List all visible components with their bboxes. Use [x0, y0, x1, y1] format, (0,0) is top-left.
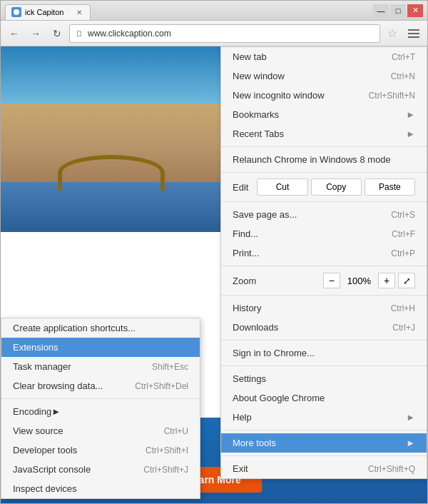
submenu-item-inspect-devices[interactable]: Inspect devices — [1, 479, 200, 498]
browser-window: ick Capiton ✕ — □ ✕ ← → ↻ 🗋 www.clickcap… — [0, 0, 428, 504]
paste-button[interactable]: Paste — [365, 178, 415, 196]
menu-item-history[interactable]: History Ctrl+H — [221, 298, 427, 318]
menu-item-find[interactable]: Find... Ctrl+F — [221, 224, 427, 243]
menu-item-signin[interactable]: Sign in to Chrome... — [221, 343, 427, 363]
incognito-label: New incognito window — [233, 90, 325, 101]
more-tools-label: More tools — [233, 438, 276, 448]
view-source-shortcut: Ctrl+U — [164, 426, 188, 436]
menu-item-downloads[interactable]: Downloads Ctrl+J — [221, 318, 427, 337]
close-button[interactable]: ✕ — [407, 4, 423, 17]
submenu-item-clear-browsing[interactable]: Clear browsing data... Ctrl+Shift+Del — [1, 376, 200, 395]
print-shortcut: Ctrl+P — [391, 248, 415, 258]
relaunch-label: Relaunch Chrome in Windows 8 mode — [233, 154, 391, 165]
menu-item-new-tab[interactable]: New tab Ctrl+T — [221, 47, 427, 66]
submenu-item-developer-tools[interactable]: Developer tools Ctrl+Shift+I — [1, 440, 200, 460]
zoom-label: Zoom — [233, 276, 256, 286]
new-window-label: New window — [233, 71, 285, 81]
javascript-console-label: JavaScript console — [13, 464, 91, 475]
copy-button[interactable]: Copy — [311, 178, 362, 196]
menu-divider-4 — [221, 266, 427, 266]
encoding-arrow-icon: ► — [51, 406, 61, 417]
submenu-divider-1 — [1, 398, 200, 399]
page-icon: 🗋 — [76, 29, 83, 38]
recent-tabs-arrow-icon: ► — [406, 128, 415, 139]
menu-item-recent-tabs[interactable]: Recent Tabs ► — [221, 124, 427, 143]
signin-label: Sign in to Chrome... — [233, 348, 315, 358]
zoom-value: 100% — [340, 276, 378, 286]
browser-toolbar: ← → ↻ 🗋 www.clickcaption.com ☆ — [1, 21, 427, 46]
find-shortcut: Ctrl+F — [392, 229, 415, 239]
menu-item-save-page[interactable]: Save page as... Ctrl+S — [221, 205, 427, 224]
zoom-in-button[interactable]: + — [378, 273, 395, 288]
submenu-item-task-manager[interactable]: Task manager Shift+Esc — [1, 357, 200, 376]
svg-point-0 — [14, 9, 19, 15]
url-text: www.clickcaption.com — [88, 29, 171, 39]
task-manager-label: Task manager — [13, 361, 71, 372]
edit-row: Edit Cut Copy Paste — [221, 176, 427, 198]
encoding-label: Encoding — [13, 406, 51, 417]
window-controls: — □ ✕ — [373, 4, 423, 17]
recent-tabs-label: Recent Tabs — [233, 128, 284, 139]
developer-tools-label: Developer tools — [13, 445, 77, 455]
menu-item-about[interactable]: About Google Chrome — [221, 388, 427, 408]
menu-item-exit[interactable]: Exit Ctrl+Shift+Q — [221, 459, 427, 478]
menu-item-help[interactable]: Help ► — [221, 408, 427, 427]
inspect-devices-label: Inspect devices — [13, 483, 77, 494]
minimize-button[interactable]: — — [373, 4, 389, 17]
forward-button[interactable]: → — [26, 24, 45, 43]
clear-browsing-shortcut: Ctrl+Shift+Del — [135, 381, 188, 391]
cut-button[interactable]: Cut — [257, 178, 307, 196]
menu-item-incognito[interactable]: New incognito window Ctrl+Shift+N — [221, 86, 427, 105]
chrome-dropdown-menu: New tab Ctrl+T New window Ctrl+N New inc… — [220, 46, 427, 479]
tab-close-button[interactable]: ✕ — [74, 7, 84, 17]
address-bar[interactable]: 🗋 www.clickcaption.com — [69, 24, 380, 43]
zoom-fullscreen-button[interactable]: ⤢ — [398, 273, 415, 288]
new-tab-shortcut: Ctrl+T — [392, 52, 415, 62]
bookmarks-label: Bookmarks — [233, 109, 279, 120]
extensions-label: Extensions — [13, 342, 58, 353]
edit-label: Edit — [233, 182, 248, 193]
tab-favicon — [11, 7, 21, 17]
submenu-item-extensions[interactable]: Extensions — [1, 338, 200, 357]
menu-item-relaunch[interactable]: Relaunch Chrome in Windows 8 mode — [221, 150, 427, 169]
chrome-menu-button[interactable] — [404, 24, 423, 43]
new-tab-label: New tab — [233, 51, 267, 62]
refresh-button[interactable]: ↻ — [48, 24, 66, 43]
about-label: About Google Chrome — [233, 393, 325, 403]
title-bar: ick Capiton ✕ — □ ✕ — [1, 1, 427, 21]
menu-item-new-window[interactable]: New window Ctrl+N — [221, 66, 427, 86]
bookmark-star-button[interactable]: ☆ — [383, 24, 402, 43]
find-label: Find... — [233, 228, 258, 239]
maximize-button[interactable]: □ — [390, 4, 406, 17]
new-window-shortcut: Ctrl+N — [391, 71, 415, 81]
help-arrow-icon: ► — [406, 412, 415, 423]
view-source-label: View source — [13, 425, 63, 436]
menu-divider-2 — [221, 172, 427, 173]
zoom-row: Zoom − 100% + ⤢ — [221, 269, 427, 292]
save-page-shortcut: Ctrl+S — [391, 210, 415, 220]
venice-image — [1, 46, 222, 232]
submenu-item-view-source[interactable]: View source Ctrl+U — [1, 421, 200, 440]
more-tools-arrow-icon: ► — [406, 438, 415, 448]
zoom-out-button[interactable]: − — [323, 273, 340, 288]
hamburger-icon — [408, 29, 419, 38]
menu-item-settings[interactable]: Settings — [221, 369, 427, 388]
downloads-label: Downloads — [233, 322, 278, 333]
menu-item-more-tools[interactable]: More tools ► — [221, 433, 427, 453]
submenu-item-javascript-console[interactable]: JavaScript console Ctrl+Shift+J — [1, 460, 200, 479]
browser-tab[interactable]: ick Capiton ✕ — [5, 4, 91, 20]
menu-divider-1 — [221, 146, 427, 147]
exit-shortcut: Ctrl+Shift+Q — [368, 464, 415, 474]
menu-item-bookmarks[interactable]: Bookmarks ► — [221, 105, 427, 124]
menu-item-print[interactable]: Print... Ctrl+P — [221, 243, 427, 263]
back-button[interactable]: ← — [5, 24, 24, 43]
clear-browsing-label: Clear browsing data... — [13, 380, 103, 391]
help-label: Help — [233, 412, 252, 423]
menu-divider-8 — [221, 430, 427, 430]
developer-tools-shortcut: Ctrl+Shift+I — [146, 445, 188, 455]
incognito-shortcut: Ctrl+Shift+N — [369, 91, 415, 101]
menu-divider-9 — [221, 455, 427, 456]
save-page-label: Save page as... — [233, 209, 297, 220]
submenu-item-create-shortcuts[interactable]: Create application shortcuts... — [1, 318, 200, 338]
submenu-item-encoding[interactable]: Encoding ► — [1, 402, 200, 421]
